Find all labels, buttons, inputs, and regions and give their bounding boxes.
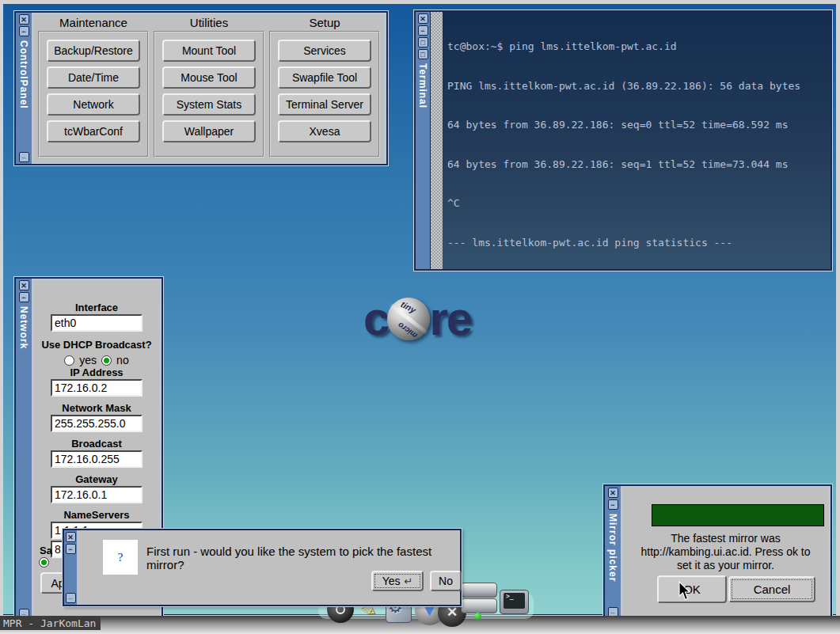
controlpanel-content: Maintenance Backup/Restore Date/Time Net… xyxy=(32,13,386,164)
control-panel-window: ✕ − ControlPanel _ Maintenance Backup/Re… xyxy=(14,11,388,165)
no-button[interactable]: No xyxy=(430,571,462,591)
group-label: Setup xyxy=(269,16,380,31)
shade-icon[interactable]: − xyxy=(608,499,618,510)
terminal-titlebar[interactable]: ✕ − □ □ Terminal xyxy=(416,12,430,269)
tinycore-logo: c tiny micro re xyxy=(363,291,471,346)
aterm-icon[interactable]: >_ xyxy=(500,590,529,614)
close-icon[interactable]: ✕ xyxy=(608,488,618,498)
save-label-partial: Sa xyxy=(40,545,52,556)
interface-label: Interface xyxy=(33,302,160,313)
group-box: Backup/Restore Date/Time Network tcWbarC… xyxy=(38,31,149,158)
network-button[interactable]: Network xyxy=(47,93,140,116)
yes-button[interactable]: Yes ↵ xyxy=(371,571,424,591)
close-icon[interactable]: ✕ xyxy=(66,532,76,542)
terminal-line: 64 bytes from 36.89.22.186: seq=1 ttl=52… xyxy=(447,158,826,172)
mirror-message: The fastest mirror was http://kambing.ui… xyxy=(622,532,829,572)
window-title: ControlPanel xyxy=(18,40,29,109)
network-titlebar[interactable]: ✕ − Network _ xyxy=(16,279,32,621)
shade-icon[interactable]: − xyxy=(19,292,29,302)
first-run-dialog: ✕ − _ ? First run - would you like the s… xyxy=(63,529,462,606)
network-mask-input[interactable] xyxy=(51,415,143,432)
swapfile-tool-button[interactable]: Swapfile Tool xyxy=(278,66,371,89)
mirror-message-line: http://kambing.ui.ac.id. Press ok to xyxy=(622,545,829,559)
save-radio[interactable] xyxy=(39,557,49,568)
terminal-line: tc@box:~$ ping lms.ittelkom-pwt.ac.id xyxy=(447,40,826,54)
return-key-icon: ↵ xyxy=(404,575,412,587)
gateway-input[interactable] xyxy=(51,486,143,503)
group-box: Services Swapfile Tool Terminal Server X… xyxy=(269,31,380,158)
dialog-content: ? First run - would you like the system … xyxy=(77,530,460,605)
services-button[interactable]: Services xyxy=(278,40,371,62)
mirror-message-line: The fastest mirror was xyxy=(622,532,829,545)
terminal-line: 64 bytes from 36.89.22.186: seq=0 ttl=52… xyxy=(447,119,826,132)
ip-address-input[interactable] xyxy=(51,379,143,397)
cancel-button[interactable]: Cancel xyxy=(728,576,815,602)
wallpaper-button[interactable]: Wallpaper xyxy=(162,120,256,142)
yes-label: Yes xyxy=(382,575,401,587)
tcwbarconf-button[interactable]: tcWbarConf xyxy=(47,120,140,142)
broadcast-input[interactable] xyxy=(51,450,143,468)
mouse-tool-button[interactable]: Mouse Tool xyxy=(162,66,256,89)
logo-sphere-icon: tiny micro xyxy=(387,298,430,340)
mirror-message-line: set it as your mirror. xyxy=(622,559,829,572)
question-icon: ? xyxy=(103,540,138,575)
nameservers-label: NameServers xyxy=(33,509,160,521)
dialog-message: First run - would you like the system to… xyxy=(146,545,460,571)
network-mask-label: Network Mask xyxy=(33,402,160,414)
close-icon[interactable]: ✕ xyxy=(418,13,428,24)
backup-restore-button[interactable]: Backup/Restore xyxy=(47,40,140,62)
group-label: Maintenance xyxy=(38,16,149,31)
group-label: Utilities xyxy=(154,16,264,31)
terminal-scrollbar[interactable] xyxy=(430,12,443,269)
logo-micro-label: micro xyxy=(397,321,420,340)
dialog-titlebar[interactable]: ✕ − _ xyxy=(64,530,77,605)
mount-tool-button[interactable]: Mount Tool xyxy=(162,40,256,62)
iconify-icon[interactable]: _ xyxy=(19,152,29,162)
dhcp-yes-radio[interactable] xyxy=(64,355,74,366)
utilities-column: Utilities Mount Tool Mouse Tool System S… xyxy=(154,16,264,158)
close-icon[interactable]: ✕ xyxy=(19,280,29,290)
gateway-label: Gateway xyxy=(33,473,160,485)
xvesa-button[interactable]: Xvesa xyxy=(278,120,371,142)
date-time-button[interactable]: Date/Time xyxy=(47,66,140,89)
dhcp-label: Use DHCP Broadcast? xyxy=(33,339,160,351)
harddrive-icon xyxy=(461,583,497,598)
window-title: Network xyxy=(18,306,29,349)
dhcp-no-radio[interactable] xyxy=(101,355,112,366)
desktop: c tiny micro re ✎ ⚙ ▼ ✕ >_ ✕ − Network _… xyxy=(3,4,836,615)
controlpanel-titlebar[interactable]: ✕ − ControlPanel _ xyxy=(16,13,32,164)
group-box: Mount Tool Mouse Tool System Stats Wallp… xyxy=(154,31,264,158)
window-title: Mirror picker xyxy=(607,514,618,582)
terminal-screen[interactable]: tc@box:~$ ping lms.ittelkom-pwt.ac.id PI… xyxy=(443,12,830,269)
maximize-icon[interactable]: □ xyxy=(418,37,428,47)
shade-icon[interactable]: − xyxy=(418,25,428,36)
interface-input[interactable] xyxy=(51,314,143,332)
shade-icon[interactable]: − xyxy=(19,26,29,36)
mirror-titlebar[interactable]: ✕ − Mirror picker _ xyxy=(605,486,621,619)
mouse-cursor-icon xyxy=(678,581,693,602)
terminal-screen-icon: >_ xyxy=(504,593,525,609)
mount-tool-icon[interactable] xyxy=(461,583,497,617)
terminal-server-button[interactable]: Terminal Server xyxy=(278,93,371,116)
terminal-line: ^C xyxy=(447,197,826,211)
maximize-icon[interactable]: □ xyxy=(418,49,428,59)
logo-tiny-label: tiny xyxy=(400,299,418,315)
ip-address-label: IP Address xyxy=(33,366,160,378)
mirror-picker-window: ✕ − Mirror picker _ The fastest mirror w… xyxy=(603,484,832,621)
shade-icon[interactable]: − xyxy=(66,544,76,554)
system-stats-button[interactable]: System Stats xyxy=(162,93,256,116)
dhcp-yes-label: yes xyxy=(79,354,97,366)
logo-re: re xyxy=(429,291,471,346)
mirror-content: The fastest mirror was http://kambing.ui… xyxy=(621,486,830,619)
close-icon[interactable]: ✕ xyxy=(19,14,29,25)
terminal-line: --- lms.ittelkom-pwt.ac.id ping statisti… xyxy=(447,237,826,250)
maintenance-column: Maintenance Backup/Restore Date/Time Net… xyxy=(38,16,149,158)
desktop-watermark: MPR - JarKomLan xyxy=(0,617,101,630)
logo-c: c xyxy=(363,291,388,346)
terminal-window: ✕ − □ □ Terminal tc@box:~$ ping lms.itte… xyxy=(414,10,832,271)
broadcast-label: Broadcast xyxy=(33,438,160,450)
harddrive-icon xyxy=(461,598,497,613)
setup-column: Setup Services Swapfile Tool Terminal Se… xyxy=(269,16,380,158)
dhcp-no-label: no xyxy=(116,354,129,366)
iconify-icon[interactable]: _ xyxy=(66,593,76,603)
